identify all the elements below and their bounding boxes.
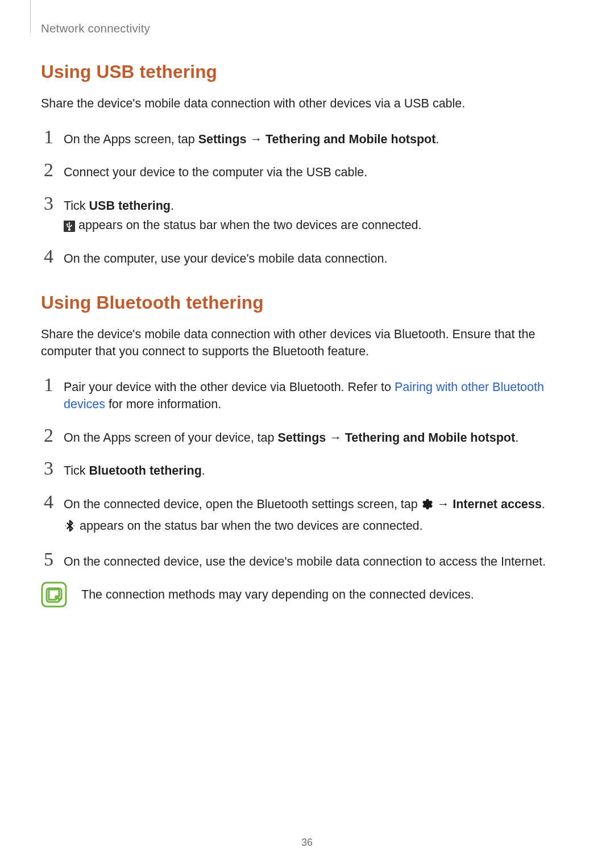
step-body: Pair your device with the other device v… [64,379,573,413]
note-block: The connection methods may vary dependin… [41,582,573,608]
step-number: 1 [41,127,53,147]
step-number: 4 [41,247,53,266]
step-number: 4 [41,492,53,512]
step-number: 3 [41,194,53,213]
step-body: On the Apps screen of your device, tap S… [64,429,573,447]
step-body: Tick Bluetooth tethering. [64,462,573,480]
svg-point-1 [74,525,75,526]
step-usb-4: 4 On the computer, use your device's mob… [41,247,573,268]
chapter-title: Network connectivity [41,22,573,35]
step-usb-1: 1 On the Apps screen, tap Settings → Tet… [41,127,573,148]
step-number: 5 [41,550,53,569]
margin-rule [30,0,31,33]
intro-usb: Share the device's mobile data connectio… [41,95,573,113]
intro-bt: Share the device's mobile data connectio… [41,326,573,360]
steps-usb: 1 On the Apps screen, tap Settings → Tet… [41,127,573,268]
step-body: Connect your device to the computer via … [64,164,573,181]
heading-usb-tethering: Using USB tethering [41,61,573,82]
bluetooth-tether-icon [64,520,76,537]
step-bt-4: 4 On the connected device, open the Blue… [41,492,573,537]
step-bt-1: 1 Pair your device with the other device… [41,375,573,413]
heading-bluetooth-tethering: Using Bluetooth tethering [41,292,573,313]
step-usb-2: 2 Connect your device to the computer vi… [41,160,573,181]
step-sub: appears on the status bar when the two d… [64,517,573,537]
steps-bt: 1 Pair your device with the other device… [41,375,573,571]
step-number: 3 [41,459,53,478]
step-number: 2 [41,160,53,180]
step-number: 1 [41,375,53,394]
note-icon [41,582,67,608]
svg-point-0 [65,525,67,526]
gear-icon [421,498,434,516]
step-number: 2 [41,426,53,445]
step-sub: appears on the status bar when the two d… [64,217,573,234]
step-body: On the connected device, open the Blueto… [64,496,573,537]
step-body: On the Apps screen, tap Settings → Tethe… [64,131,573,148]
step-usb-3: 3 Tick USB tethering. appears on the sta… [41,194,573,234]
usb-status-icon [64,221,75,232]
page-number: 36 [0,837,614,849]
step-bt-2: 2 On the Apps screen of your device, tap… [41,426,573,447]
step-bt-5: 5 On the connected device, use the devic… [41,550,573,571]
step-body: On the computer, use your device's mobil… [64,250,573,268]
page-body: Network connectivity Using USB tethering… [0,0,614,608]
step-body: On the connected device, use the device'… [64,553,573,571]
step-body: Tick USB tethering. appears on the statu… [64,197,573,234]
note-text: The connection methods may vary dependin… [81,588,474,602]
step-bt-3: 3 Tick Bluetooth tethering. [41,459,573,480]
